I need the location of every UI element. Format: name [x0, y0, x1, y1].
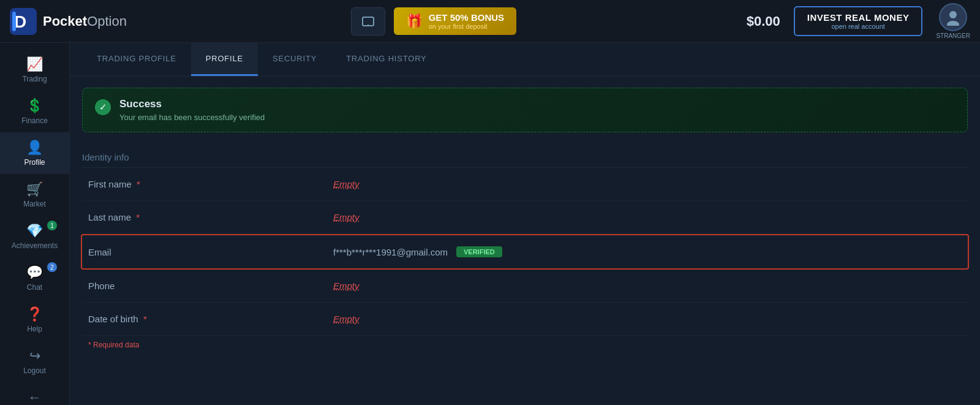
success-text: Success Your email has been successfully… [119, 98, 265, 122]
email-label: Email [88, 247, 333, 257]
avatar-area[interactable]: STRANGER [936, 3, 970, 39]
market-icon: 🛒 [26, 181, 43, 197]
tab-trading-history[interactable]: TRADING HISTORY [331, 43, 441, 76]
header-center: 🎁 GET 50% BONUS on your first deposit [134, 7, 733, 36]
balance-display: $0.00 [747, 13, 780, 29]
sidebar-item-chat[interactable]: 2 💬 Chat [0, 257, 69, 299]
help-icon: ❓ [26, 306, 43, 322]
sidebar-label-profile: Profile [24, 158, 45, 167]
success-check-icon: ✓ [95, 99, 111, 115]
sidebar-label-chat: Chat [27, 283, 42, 292]
main-content: TRADING PROFILE PROFILE SECURITY TRADING… [70, 43, 980, 405]
sidebar-label-logout: Logout [23, 366, 46, 375]
logo-text: PocketOption [43, 13, 127, 29]
tab-trading-profile[interactable]: TRADING PROFILE [82, 43, 191, 76]
sidebar-item-market[interactable]: 🛒 Market [0, 174, 69, 216]
svg-rect-3 [363, 17, 374, 26]
screen-button[interactable] [351, 7, 385, 36]
identity-title: Identity info [82, 145, 968, 168]
svg-text:D: D [14, 12, 26, 31]
sidebar-label-help: Help [27, 325, 42, 333]
sidebar-bottom: ❓ Help ↪ Logout ← [0, 299, 69, 405]
chat-icon: 💬 [26, 265, 43, 281]
sidebar: 📈 Trading 💲 Finance 👤 Profile 🛒 Market 1… [0, 43, 70, 405]
trading-icon: 📈 [26, 56, 43, 72]
sidebar-item-help[interactable]: ❓ Help [0, 299, 69, 341]
logo: D PocketOption [10, 8, 127, 35]
svg-point-6 [949, 11, 957, 18]
required-note: * Required data [82, 336, 968, 352]
logout-icon: ↪ [29, 348, 40, 364]
avatar-label: STRANGER [936, 32, 970, 39]
sidebar-back-button[interactable]: ← [0, 382, 69, 405]
success-subtitle: Your email has been successfully verifie… [119, 113, 265, 122]
success-title: Success [119, 98, 265, 110]
sidebar-item-profile[interactable]: 👤 Profile [0, 132, 69, 174]
finance-icon: 💲 [26, 98, 43, 114]
phone-value[interactable]: Empty [333, 281, 962, 291]
verified-badge: Verified [456, 246, 502, 257]
dob-label: Date of birth * [88, 314, 333, 324]
first-name-value[interactable]: Empty [333, 179, 962, 189]
first-name-label: First name * [88, 179, 333, 189]
sidebar-label-market: Market [23, 200, 46, 208]
profile-icon: 👤 [26, 140, 43, 156]
success-banner: ✓ Success Your email has been successful… [82, 88, 968, 132]
svg-rect-2 [12, 12, 16, 31]
required-star: * [137, 179, 140, 189]
sidebar-item-finance[interactable]: 💲 Finance [0, 91, 69, 132]
invest-button[interactable]: INVEST REAL MONEY open real account [794, 6, 923, 36]
form-row-last-name[interactable]: Last name * Empty [82, 201, 968, 234]
sidebar-item-logout[interactable]: ↪ Logout [0, 341, 69, 382]
avatar [939, 3, 967, 31]
phone-label: Phone [88, 281, 333, 291]
sidebar-label-finance: Finance [21, 116, 48, 125]
gift-icon: 🎁 [406, 13, 423, 29]
required-star-2: * [136, 212, 140, 222]
svg-point-7 [947, 21, 959, 26]
bonus-text: GET 50% BONUS on your first deposit [429, 12, 504, 30]
tab-profile[interactable]: PROFILE [191, 43, 258, 76]
sidebar-label-achievements: Achievements [12, 241, 58, 250]
sidebar-item-achievements[interactable]: 1 💎 Achievements [0, 216, 69, 257]
form-row-email[interactable]: Email f***b***r***1991@gmail.com Verifie… [81, 234, 969, 270]
last-name-value[interactable]: Empty [333, 212, 962, 222]
identity-section: Identity info First name * Empty Last na… [82, 145, 968, 352]
required-star-3: * [143, 314, 147, 324]
form-row-phone[interactable]: Phone Empty [82, 270, 968, 303]
sidebar-label-trading: Trading [22, 75, 47, 83]
email-value: f***b***r***1991@gmail.com Verified [333, 246, 962, 257]
form-row-dob[interactable]: Date of birth * Empty [82, 303, 968, 336]
tabs-bar: TRADING PROFILE PROFILE SECURITY TRADING… [70, 43, 980, 77]
achievements-icon: 💎 [26, 223, 43, 239]
tab-security[interactable]: SECURITY [258, 43, 331, 76]
back-icon: ← [28, 390, 42, 405]
form-row-first-name[interactable]: First name * Empty [82, 168, 968, 201]
logo-icon: D [10, 8, 37, 35]
layout: 📈 Trading 💲 Finance 👤 Profile 🛒 Market 1… [0, 43, 980, 405]
sidebar-item-trading[interactable]: 📈 Trading [0, 49, 69, 91]
achievements-badge: 1 [47, 221, 57, 230]
bonus-button[interactable]: 🎁 GET 50% BONUS on your first deposit [394, 7, 516, 35]
header: D PocketOption 🎁 GET 50% BONUS on your f… [0, 0, 980, 43]
chat-badge: 2 [47, 262, 57, 272]
last-name-label: Last name * [88, 212, 333, 222]
dob-value[interactable]: Empty [333, 314, 962, 324]
